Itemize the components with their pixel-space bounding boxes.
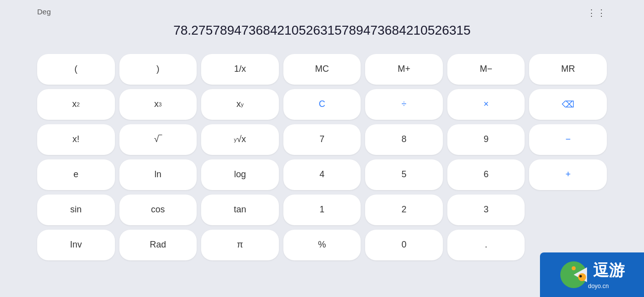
calc-button-%[interactable]: % [283,230,361,260]
watermark-brand: 逗游 [593,260,625,282]
calc-button-sin[interactable]: sin [37,195,115,225]
calc-button-x²[interactable]: x2 [37,89,115,120]
calc-button-log[interactable]: log [201,159,279,190]
calc-button-1/x[interactable]: 1/x [201,54,279,85]
calc-button-x![interactable]: x! [37,124,115,155]
calc-button-xʸ[interactable]: xy [201,89,279,120]
calc-button-M−[interactable]: M− [447,54,525,85]
calc-button-([interactable]: ( [37,54,115,85]
deg-label: Deg [37,7,51,16]
calc-button-MR[interactable]: MR [529,54,607,85]
calc-button-8[interactable]: 8 [365,124,443,155]
calc-button-cos[interactable]: cos [119,195,197,225]
calc-button-π[interactable]: π [201,230,279,260]
svg-point-3 [578,273,586,281]
calc-button-.[interactable]: . [447,230,525,260]
calc-button-9[interactable]: 9 [447,124,525,155]
calc-button-⌫[interactable]: ⌫ [529,89,607,120]
calc-button-0[interactable]: 0 [365,230,443,260]
calc-button-ʸ√x[interactable]: y√x [201,124,279,155]
display-number: 78.2757894736842105263157894736842105263… [37,7,607,44]
calc-button-C[interactable]: C [283,89,361,120]
calc-button-ln[interactable]: ln [119,159,197,190]
calc-button-×[interactable]: × [447,89,525,120]
svg-point-4 [580,275,582,278]
calc-button-√[interactable]: √‾ [119,124,197,155]
calc-button-)[interactable]: ) [119,54,197,85]
display-area: Deg ⋮⋮ 78.275789473684210526315789473684… [37,0,607,49]
calc-button-MC[interactable]: MC [283,54,361,85]
calc-button-M+[interactable]: M+ [365,54,443,85]
calc-button-4[interactable]: 4 [283,159,361,190]
calc-button-Inv[interactable]: Inv [37,230,115,260]
calc-button-÷[interactable]: ÷ [365,89,443,120]
calc-button-r4c6 [529,195,607,225]
calc-button-x³[interactable]: x3 [119,89,197,120]
more-options-icon[interactable]: ⋮⋮ [587,7,607,18]
calc-button-−[interactable]: − [529,124,607,155]
watermark-url: doyo.cn [588,283,609,290]
calc-button-e[interactable]: e [37,159,115,190]
calc-button-tan[interactable]: tan [201,195,279,225]
calc-button-3[interactable]: 3 [447,195,525,225]
calc-button-1[interactable]: 1 [283,195,361,225]
pac-logo-icon [559,260,588,289]
calc-button-+[interactable]: + [529,159,607,190]
calc-button-Rad[interactable]: Rad [119,230,197,260]
watermark: 逗游 doyo.cn [540,252,644,297]
svg-point-2 [572,266,576,270]
calc-button-5[interactable]: 5 [365,159,443,190]
calc-button-2[interactable]: 2 [365,195,443,225]
calc-button-7[interactable]: 7 [283,124,361,155]
calc-button-6[interactable]: 6 [447,159,525,190]
buttons-grid: ()1/xMCM+M−MRx2x3xyC÷×⌫x!√‾y√x789−elnlog… [37,54,607,260]
